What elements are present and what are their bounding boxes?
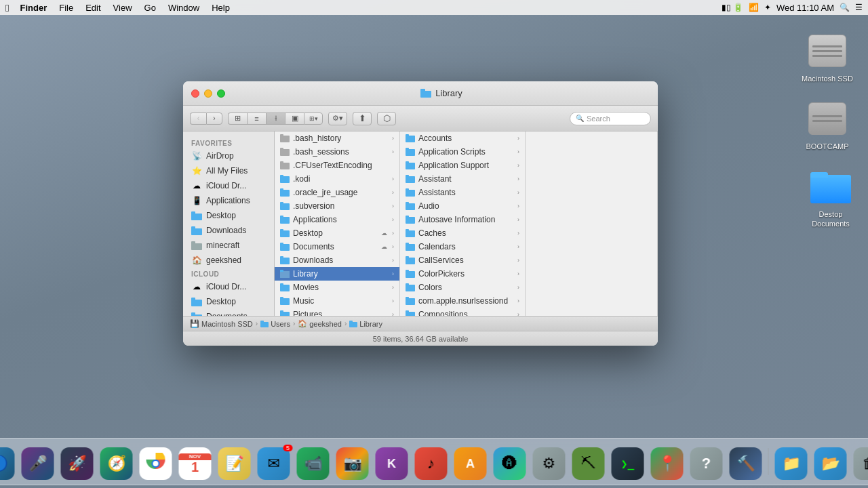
apple-menu[interactable]:  bbox=[5, 2, 9, 14]
dock-item-help[interactable]: ? bbox=[688, 445, 725, 482]
dock-item-trash[interactable]: 🗑 bbox=[852, 445, 869, 482]
file-item-appscripts[interactable]: Application Scripts › bbox=[400, 145, 525, 159]
dock-item-ks[interactable]: K bbox=[374, 445, 410, 482]
file-item-bash-sessions[interactable]: .bash_sessions › bbox=[275, 145, 399, 159]
file-item-assistants[interactable]: Assistants › bbox=[400, 186, 525, 199]
sidebar-label-applications: Applications bbox=[206, 196, 250, 205]
search-bar[interactable]: 🔍 Search bbox=[570, 112, 651, 125]
back-button[interactable]: ‹ bbox=[190, 113, 206, 125]
file-item-downloads[interactable]: Downloads › bbox=[275, 253, 399, 267]
path-item-library[interactable]: Library bbox=[349, 320, 382, 328]
back-path-button[interactable]: ⬡ bbox=[377, 112, 396, 125]
menubar-window[interactable]: Window bbox=[163, 0, 205, 15]
file-item-appsupport[interactable]: Application Support › bbox=[400, 159, 525, 172]
file-item-applications[interactable]: Applications › bbox=[275, 213, 399, 226]
dock-item-xcode[interactable]: 🔨 bbox=[728, 445, 764, 482]
desktop-icon-macintosh-ssd[interactable]: Macintosh SSD bbox=[800, 30, 854, 83]
menubar-go[interactable]: Go bbox=[139, 0, 161, 15]
sidebar-item-downloads[interactable]: Downloads bbox=[186, 223, 271, 238]
file-item-bash-history[interactable]: .bash_history › bbox=[275, 131, 399, 145]
icloud-header: iCloud bbox=[183, 268, 274, 279]
dock-item-facetime[interactable]: 📹 bbox=[295, 445, 332, 482]
path-item-users[interactable]: Users bbox=[260, 320, 290, 328]
menubar-view[interactable]: View bbox=[108, 0, 138, 15]
dock-item-appstore[interactable]: 🅐 bbox=[492, 445, 528, 482]
sidebar-item-applications[interactable]: 📱 Applications bbox=[186, 193, 271, 208]
sidebar-item-icloud2[interactable]: ☁ iCloud Dr... bbox=[186, 279, 271, 294]
file-item-music[interactable]: Music › bbox=[275, 294, 399, 308]
file-item-accounts[interactable]: Accounts › bbox=[400, 131, 525, 145]
menubar-help[interactable]: Help bbox=[206, 0, 235, 15]
dock-item-folder[interactable]: 📁 bbox=[773, 445, 810, 482]
desktop-icon-bootcamp[interactable]: BOOTCAMP bbox=[800, 98, 854, 151]
file-item-movies[interactable]: Movies › bbox=[275, 281, 399, 294]
file-item-caches[interactable]: Caches › bbox=[400, 226, 525, 240]
path-item-geekshed[interactable]: 🏠 geekshed bbox=[298, 319, 342, 328]
file-item-callservices[interactable]: CallServices › bbox=[400, 253, 525, 267]
dock-item-notes[interactable]: 📝 bbox=[216, 445, 253, 482]
menubar-file[interactable]: File bbox=[54, 0, 79, 15]
dock-item-terminal[interactable]: ❯_ bbox=[610, 445, 646, 482]
dock-item-finder-folder[interactable]: 📂 bbox=[812, 445, 849, 482]
xcode-dock-icon: 🔨 bbox=[730, 447, 762, 480]
dock-item-calendar[interactable]: NOV 1 bbox=[177, 445, 214, 482]
dock-item-finder[interactable]: 🔵 bbox=[0, 445, 17, 482]
list-view-button[interactable]: ≡ bbox=[247, 113, 266, 125]
column-view-button[interactable]: ⫲ bbox=[266, 113, 285, 125]
file-item-autosave[interactable]: Autosave Information › bbox=[400, 213, 525, 226]
bootcamp-icon bbox=[807, 98, 848, 139]
file-item-assistant[interactable]: Assistant › bbox=[400, 172, 525, 186]
file-item-oracle[interactable]: .oracle_jre_usage › bbox=[275, 186, 399, 199]
file-item-library[interactable]: Library › bbox=[275, 267, 399, 281]
action-button[interactable]: ⚙▾ bbox=[328, 112, 347, 125]
file-item-colors[interactable]: Colors › bbox=[400, 281, 525, 294]
icon-view-button[interactable]: ⊞ bbox=[228, 113, 247, 125]
dock-item-chrome[interactable] bbox=[138, 445, 174, 482]
menubar-edit[interactable]: Edit bbox=[80, 0, 106, 15]
dock-item-maps[interactable]: 📍 bbox=[649, 445, 686, 482]
dock-item-safari[interactable]: 🧭 bbox=[98, 445, 135, 482]
dock-item-itunes[interactable]: ♪ bbox=[413, 445, 450, 482]
dock-item-amazon[interactable]: A bbox=[452, 445, 489, 482]
file-item-com-apple[interactable]: com.apple.nsurlsessiond › bbox=[400, 294, 525, 308]
desktop-icon-desktop-documents[interactable]: DestopDocuments bbox=[804, 166, 858, 229]
file-icon bbox=[280, 297, 290, 305]
dock-item-siri[interactable]: 🎤 bbox=[20, 445, 56, 482]
sidebar-item-desktop[interactable]: Desktop bbox=[186, 208, 271, 223]
dock-item-sysprefs[interactable]: ⚙ bbox=[531, 445, 568, 482]
file-item-cfusertextencoding[interactable]: .CFUserTextEncoding bbox=[275, 159, 399, 172]
maximize-button[interactable] bbox=[217, 89, 225, 98]
dock-item-photos[interactable]: 📷 bbox=[334, 445, 371, 482]
finder-window: Library ‹ › ⊞ ≡ ⫲ ▣ ⊞▾ ⚙▾ ⬆ ⬡ 🔍 Search F… bbox=[183, 81, 658, 346]
sidebar-item-documents2[interactable]: Documents bbox=[186, 309, 271, 316]
dock-item-mail[interactable]: ✉ 5 bbox=[256, 445, 292, 482]
file-item-calendars[interactable]: Calendars › bbox=[400, 240, 525, 253]
sidebar-item-icloud-drive[interactable]: ☁ iCloud Dr... bbox=[186, 178, 271, 193]
group-view-button[interactable]: ⊞▾ bbox=[304, 113, 323, 125]
cover-view-button[interactable]: ▣ bbox=[285, 113, 304, 125]
path-item-hdd[interactable]: 💾 Macintosh SSD bbox=[190, 319, 253, 328]
file-item-subversion[interactable]: .subversion › bbox=[275, 199, 399, 213]
macintosh-ssd-icon bbox=[807, 30, 848, 71]
file-item-pictures[interactable]: Pictures › bbox=[275, 308, 399, 316]
menubar-finder[interactable]: Finder bbox=[14, 0, 52, 15]
file-item-documents[interactable]: Documents ☁ › bbox=[275, 240, 399, 253]
dock-item-minecraft[interactable]: ⛏ bbox=[570, 445, 607, 482]
close-button[interactable] bbox=[191, 89, 199, 98]
minimize-button[interactable] bbox=[204, 89, 212, 98]
file-item-colorpickers[interactable]: ColorPickers › bbox=[400, 267, 525, 281]
sidebar-item-geekshed[interactable]: 🏠 geekshed bbox=[186, 253, 271, 268]
sidebar-item-airdrop[interactable]: 📡 AirDrop bbox=[186, 148, 271, 163]
dock-item-launchpad[interactable]: 🚀 bbox=[59, 445, 96, 482]
sidebar-item-desktop2[interactable]: Desktop bbox=[186, 294, 271, 309]
sidebar-item-minecraft[interactable]: minecraft bbox=[186, 238, 271, 253]
forward-button[interactable]: › bbox=[206, 113, 222, 125]
file-item-kodi[interactable]: .kodi › bbox=[275, 172, 399, 186]
menubar-notification[interactable]: ☰ bbox=[855, 3, 863, 12]
menubar-spotlight[interactable]: 🔍 bbox=[840, 3, 850, 12]
sidebar-item-all-my-files[interactable]: ⭐ All My Files bbox=[186, 163, 271, 178]
share-button[interactable]: ⬆ bbox=[353, 112, 372, 125]
file-item-desktop[interactable]: Desktop ☁ › bbox=[275, 226, 399, 240]
file-item-compositions[interactable]: Compositions › bbox=[400, 308, 525, 316]
file-item-audio[interactable]: Audio › bbox=[400, 199, 525, 213]
